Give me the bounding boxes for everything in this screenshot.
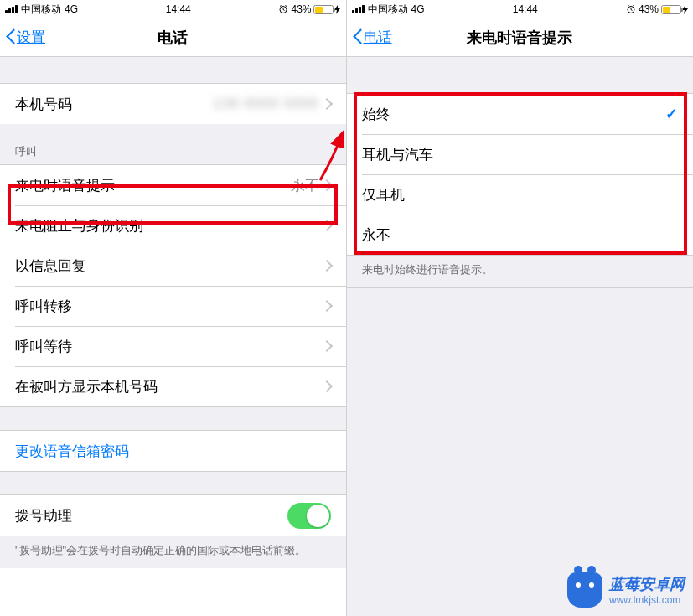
alarm-icon xyxy=(626,4,636,14)
phone-settings-screen: 中国移动 4G 14:44 43% 设置 电话 本 xyxy=(0,0,347,616)
watermark-url: www.lmkjst.com xyxy=(609,594,685,606)
back-button[interactable]: 电话 xyxy=(354,28,392,47)
call-forwarding-row[interactable]: 呼叫转移 xyxy=(0,286,346,326)
my-number-label: 本机号码 xyxy=(15,95,72,114)
call-waiting-row[interactable]: 呼叫等待 xyxy=(0,326,346,366)
network-label: 4G xyxy=(65,3,78,15)
logo-icon xyxy=(567,572,602,608)
show-caller-id-row[interactable]: 在被叫方显示本机号码 xyxy=(0,366,346,406)
announce-value: 永不 xyxy=(291,176,319,195)
call-blocking-row[interactable]: 来电阻止与身份识别 xyxy=(0,205,346,246)
check-icon: ✓ xyxy=(665,105,678,123)
status-bar: 中国移动 4G 14:44 43% xyxy=(347,0,694,18)
watermark: 蓝莓安卓网 www.lmkjst.com xyxy=(567,572,685,608)
page-title: 电话 xyxy=(158,28,188,48)
option-always[interactable]: 始终 ✓ xyxy=(347,94,694,134)
options-footer: 来电时始终进行语音提示。 xyxy=(347,255,694,287)
call-section-header: 呼叫 xyxy=(0,124,346,165)
signal-icon xyxy=(352,5,365,13)
status-time: 14:44 xyxy=(513,3,538,15)
announce-label: 来电时语音提示 xyxy=(15,176,115,195)
page-title: 来电时语音提示 xyxy=(467,28,572,48)
chevron-right-icon xyxy=(324,300,331,312)
back-button[interactable]: 设置 xyxy=(7,28,45,47)
option-headphones-car[interactable]: 耳机与汽车 xyxy=(347,134,694,174)
nav-header: 设置 电话 xyxy=(0,18,346,57)
change-voicemail-pwd-row[interactable]: 更改语音信箱密码 xyxy=(0,431,346,471)
carrier-label: 中国移动 xyxy=(21,3,61,17)
alarm-icon xyxy=(278,4,288,14)
battery-pct: 43% xyxy=(291,3,311,15)
dial-assist-toggle[interactable] xyxy=(287,503,331,529)
chevron-right-icon xyxy=(324,260,331,272)
chevron-right-icon xyxy=(324,179,331,191)
chevron-right-icon xyxy=(324,340,331,352)
dial-assist-footer: "拨号助理"会在拨号时自动确定正确的国际或本地电话前缀。 xyxy=(0,536,346,568)
watermark-title: 蓝莓安卓网 xyxy=(609,574,685,594)
status-time: 14:44 xyxy=(166,3,191,15)
back-label: 设置 xyxy=(17,28,45,47)
status-bar: 中国移动 4G 14:44 43% xyxy=(0,0,346,18)
nav-header: 电话 来电时语音提示 xyxy=(347,18,694,57)
chevron-left-icon xyxy=(354,29,364,46)
signal-icon xyxy=(5,5,18,13)
chevron-left-icon xyxy=(7,29,17,46)
announce-calls-row[interactable]: 来电时语音提示 永不 xyxy=(0,165,346,205)
my-number-value: 138 0000 0000 xyxy=(213,96,318,112)
option-never[interactable]: 永不 xyxy=(347,215,694,255)
my-number-row[interactable]: 本机号码 138 0000 0000 xyxy=(0,84,346,124)
option-headphones-only[interactable]: 仅耳机 xyxy=(347,174,694,215)
respond-with-text-row[interactable]: 以信息回复 xyxy=(0,246,346,286)
charging-icon xyxy=(682,5,688,14)
charging-icon xyxy=(334,5,340,14)
chevron-right-icon xyxy=(324,220,331,231)
chevron-right-icon xyxy=(324,98,331,110)
announce-calls-screen: 中国移动 4G 14:44 43% 电话 来电时语音提示 xyxy=(347,0,694,616)
battery-icon xyxy=(313,5,334,14)
dial-assist-row[interactable]: 拨号助理 xyxy=(0,495,346,536)
chevron-right-icon xyxy=(324,380,331,392)
battery-icon xyxy=(661,5,681,14)
